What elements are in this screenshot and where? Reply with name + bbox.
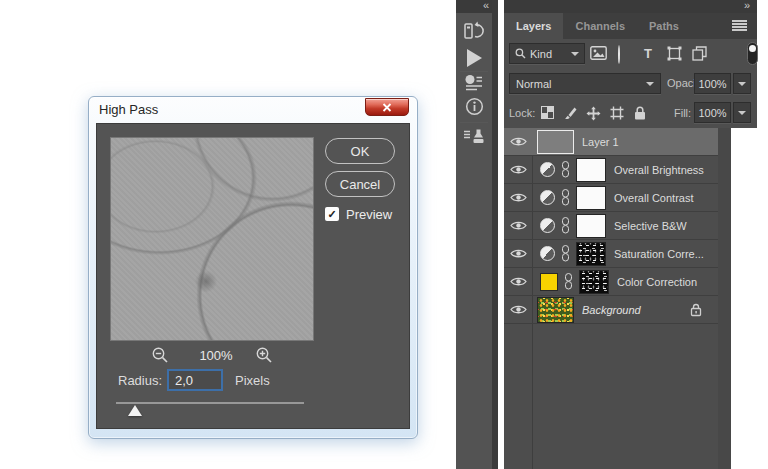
layer-mask-thumbnail[interactable] <box>576 242 606 266</box>
layer-name[interactable]: Background <box>582 304 641 316</box>
fill-value[interactable]: 100% <box>694 102 731 123</box>
filter-preview-image[interactable] <box>110 137 314 341</box>
cancel-button[interactable]: Cancel <box>325 171 395 197</box>
dialog-title: High Pass <box>99 102 158 117</box>
adjustment-layer-icon[interactable] <box>540 246 555 261</box>
collapse-panels-icon[interactable]: « <box>483 0 487 11</box>
filter-pixel-layers-icon[interactable] <box>590 46 607 64</box>
layer-name[interactable]: Selective B&W <box>614 220 687 232</box>
layer-name[interactable]: Saturation Corre... <box>614 248 704 260</box>
visibility-eye-icon[interactable] <box>504 220 533 231</box>
visibility-eye-icon[interactable] <box>504 164 533 175</box>
mask-link-icon <box>561 161 570 178</box>
layer-row-selective-bw[interactable]: Selective B&W <box>504 212 718 240</box>
panel-menu-icon[interactable] <box>732 20 747 32</box>
radius-label: Radius: <box>118 373 162 388</box>
actions-panel-icon[interactable] <box>456 49 492 67</box>
layer-row-layer1[interactable]: Layer 1 <box>504 128 718 156</box>
zoom-level: 100% <box>183 348 249 363</box>
mask-link-icon <box>564 273 573 290</box>
filter-kind-value: Kind <box>530 48 552 60</box>
filter-type-layers-icon[interactable] <box>644 44 652 62</box>
panel-dock-strip: « <box>456 0 498 469</box>
history-panel-icon[interactable] <box>456 20 492 42</box>
radius-unit-label: Pixels <box>235 373 270 388</box>
visibility-eye-icon[interactable] <box>504 276 533 287</box>
lock-position-icon[interactable] <box>586 106 601 125</box>
layer-mask-thumbnail[interactable] <box>579 270 609 294</box>
radius-slider[interactable] <box>114 394 306 418</box>
layer-name[interactable]: Overall Contrast <box>614 192 693 204</box>
layer-mask-thumbnail[interactable] <box>576 214 606 238</box>
adjustment-layer-icon[interactable] <box>540 218 555 233</box>
mask-link-icon <box>561 245 570 262</box>
adjustment-layer-icon[interactable] <box>540 162 555 177</box>
lock-image-pixels-icon[interactable] <box>564 106 578 124</box>
filter-smart-objects-icon[interactable] <box>692 46 707 65</box>
search-icon <box>515 48 526 59</box>
opacity-value[interactable]: 100% <box>694 73 731 94</box>
ok-button[interactable]: OK <box>325 138 395 164</box>
blend-mode-value: Normal <box>516 78 551 90</box>
layer-name[interactable]: Overall Brightness <box>614 164 704 176</box>
layer-row-overall-brightness[interactable]: Overall Brightness <box>504 156 718 184</box>
preview-checkbox[interactable] <box>325 207 339 221</box>
adjustment-layer-icon[interactable] <box>540 190 555 205</box>
filter-adjustment-layers-icon[interactable] <box>618 46 620 64</box>
close-button[interactable] <box>365 98 409 116</box>
strip-divider <box>460 122 488 123</box>
lock-label: Lock: <box>509 107 535 119</box>
layer-thumbnail[interactable] <box>537 297 574 323</box>
layer-thumbnail[interactable] <box>537 130 574 154</box>
lock-artboard-icon[interactable] <box>610 106 624 124</box>
fill-color-swatch[interactable] <box>540 273 558 291</box>
blend-mode-row: Normal Opacity: 100% <box>504 69 757 98</box>
mask-link-icon <box>561 217 570 234</box>
info-panel-icon[interactable] <box>456 97 492 116</box>
strip-divider <box>460 71 488 72</box>
visibility-eye-icon[interactable] <box>504 248 533 259</box>
high-pass-dialog: High Pass OK Cancel Preview 100% Radius:… <box>88 96 418 439</box>
slider-thumb-icon[interactable] <box>128 405 142 416</box>
slider-track <box>116 402 304 404</box>
visibility-eye-icon[interactable] <box>504 304 533 315</box>
preview-checkbox-label: Preview <box>346 207 392 222</box>
clone-source-panel-icon[interactable] <box>456 128 492 145</box>
zoom-out-icon[interactable] <box>151 346 169 364</box>
visibility-eye-icon[interactable] <box>504 192 533 203</box>
panel-gutter <box>718 128 731 469</box>
chevron-down-icon <box>571 52 579 56</box>
tab-channels[interactable]: Channels <box>563 13 637 39</box>
filter-kind-dropdown[interactable]: Kind <box>509 43 585 64</box>
globe-list-panel-icon[interactable] <box>456 74 492 91</box>
mask-link-icon <box>561 189 570 206</box>
layer-mask-thumbnail[interactable] <box>576 158 606 182</box>
blend-mode-dropdown[interactable]: Normal <box>509 73 661 94</box>
panel-dock-header[interactable]: » <box>504 0 757 13</box>
lock-all-icon[interactable] <box>634 106 646 124</box>
layer-row-color-correction[interactable]: Color Correction <box>504 268 718 296</box>
zoom-in-icon[interactable] <box>255 346 273 364</box>
expand-panels-icon[interactable]: » <box>744 0 748 11</box>
layer-row-saturation-correction[interactable]: Saturation Corre... <box>504 240 718 268</box>
layer-row-background[interactable]: Background <box>504 296 718 324</box>
layer-row-overall-contrast[interactable]: Overall Contrast <box>504 184 718 212</box>
tab-layers[interactable]: Layers <box>504 13 563 39</box>
fill-dropdown-icon[interactable] <box>733 102 751 123</box>
filter-shape-layers-icon[interactable] <box>667 46 682 65</box>
layer-name[interactable]: Layer 1 <box>582 136 619 148</box>
layer-name[interactable]: Color Correction <box>617 276 697 288</box>
fill-label: Fill: <box>674 107 691 119</box>
opacity-dropdown-icon[interactable] <box>733 73 751 94</box>
visibility-eye-icon[interactable] <box>504 136 533 147</box>
layers-panel-body: Layer 1 Overall Brightness Overall Contr… <box>504 128 731 469</box>
tab-paths[interactable]: Paths <box>637 13 691 39</box>
close-icon <box>382 100 392 115</box>
layer-mask-thumbnail[interactable] <box>576 186 606 210</box>
layer-filtering-toggle[interactable] <box>747 42 758 65</box>
radius-input[interactable] <box>167 369 223 391</box>
lock-transparent-pixels-icon[interactable] <box>541 106 554 119</box>
dialog-titlebar[interactable]: High Pass <box>89 97 417 123</box>
chevron-down-icon <box>646 82 654 86</box>
dock-strip-header[interactable]: « <box>456 0 492 13</box>
